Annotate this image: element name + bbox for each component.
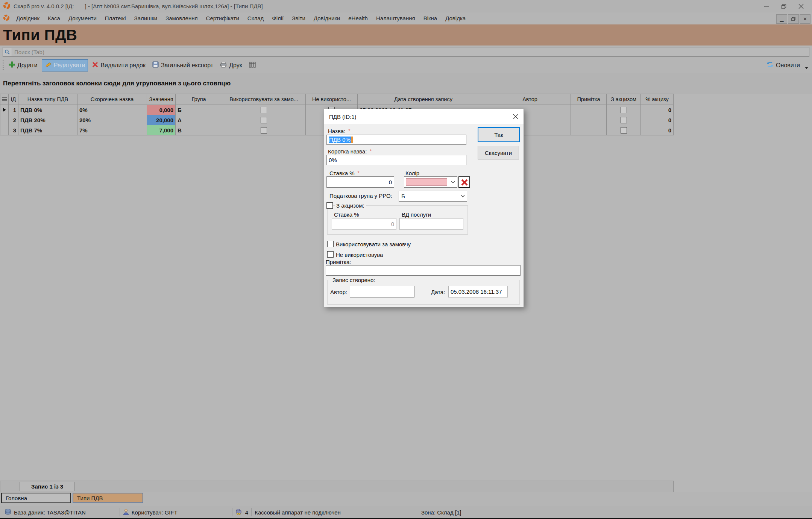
column-header-author[interactable]: Автор	[489, 94, 571, 105]
row-selector[interactable]	[0, 125, 9, 135]
menu-item-dovidnyky[interactable]: Довідники	[310, 12, 344, 24]
dialog-title-bar[interactable]: ПДВ (ID:1)	[324, 109, 524, 124]
restore-button[interactable]	[775, 1, 792, 12]
cell-default[interactable]	[222, 125, 306, 135]
cell-value[interactable]: 20,000	[147, 115, 176, 125]
edit-button[interactable]: Редагувати	[42, 59, 88, 71]
column-header-short[interactable]: Скорочена назва	[77, 94, 147, 105]
cell-value[interactable]: 7,000	[147, 125, 176, 135]
cell-short[interactable]: 20%	[77, 115, 147, 125]
dialog-close-icon[interactable]	[510, 111, 521, 122]
cell-group[interactable]: В	[176, 125, 222, 135]
checkbox[interactable]	[621, 117, 627, 123]
refresh-dropdown-icon[interactable]	[805, 64, 808, 71]
chevron-down-icon[interactable]	[449, 181, 457, 184]
cell-note[interactable]	[571, 125, 607, 135]
menu-item-sklad[interactable]: Склад	[243, 12, 268, 24]
menu-item-zamovlennya[interactable]: Замовлення	[161, 12, 202, 24]
checkbox[interactable]	[261, 127, 267, 134]
row-selector[interactable]	[0, 115, 9, 125]
tax-group-combobox[interactable]: Б	[399, 191, 467, 202]
cell-default[interactable]	[222, 115, 306, 125]
color-combobox[interactable]	[404, 176, 457, 188]
cell-note[interactable]	[571, 105, 607, 115]
clear-color-button[interactable]	[458, 176, 470, 188]
column-header-note[interactable]: Примітка	[571, 94, 607, 105]
menu-item-dovidka[interactable]: Довідка	[441, 12, 470, 24]
delete-row-button[interactable]: Видалити рядок	[90, 60, 148, 71]
menu-item-dovidnyk[interactable]: Довідник	[12, 12, 44, 24]
menu-item-vikna[interactable]: Вікна	[419, 12, 442, 24]
note-field[interactable]	[326, 265, 521, 276]
menu-item-nalashtuvannya[interactable]: Налаштування	[372, 12, 419, 24]
cell-group[interactable]: А	[176, 115, 222, 125]
cell-default[interactable]	[222, 105, 306, 115]
mdi-restore-button[interactable]	[788, 14, 799, 24]
cell-excise[interactable]	[607, 125, 641, 135]
cell-value[interactable]: 0,000	[147, 105, 176, 115]
cell-name[interactable]: ПДВ 7%	[18, 125, 77, 135]
cell-excise-pct[interactable]: 0	[641, 125, 674, 135]
tab-holovna[interactable]: Головна	[1, 493, 71, 503]
export-button[interactable]: Загальний експорт	[150, 60, 216, 71]
menu-item-zalyshky[interactable]: Залишки	[130, 12, 162, 24]
not-used-checkbox[interactable]	[327, 251, 334, 258]
cell-excise[interactable]	[607, 115, 641, 125]
print-button[interactable]: Друк	[217, 60, 245, 71]
column-header-value[interactable]: Значення	[147, 94, 176, 105]
vd-services-field[interactable]	[399, 218, 463, 230]
menu-item-ehealth[interactable]: eHealth	[344, 12, 372, 24]
column-header-group[interactable]: Група	[176, 94, 222, 105]
column-header-notused[interactable]: Не використо...	[306, 94, 358, 105]
toolbar-grip[interactable]	[2, 60, 5, 71]
cell-excise-pct[interactable]: 0	[641, 105, 674, 115]
cell-excise[interactable]	[607, 105, 641, 115]
column-header-id[interactable]: ІД	[9, 94, 18, 105]
menu-item-platezhi[interactable]: Платежі	[101, 12, 130, 24]
use-default-checkbox[interactable]	[327, 241, 334, 247]
menu-item-filii[interactable]: Філії	[268, 12, 288, 24]
cell-name[interactable]: ПДВ 0%	[18, 105, 77, 115]
close-button[interactable]	[792, 1, 810, 12]
cell-id[interactable]: 1	[9, 105, 18, 115]
column-chooser-button[interactable]	[246, 60, 258, 71]
column-header-name[interactable]: Назва типу ПДВ	[18, 94, 77, 105]
ok-button[interactable]: Так	[478, 127, 520, 142]
tab-typy-pdv[interactable]: Типи ПДВ	[73, 493, 143, 503]
grid-menu-icon[interactable]	[2, 97, 7, 101]
mdi-close-button[interactable]: ✕	[800, 14, 810, 24]
menu-item-zvity[interactable]: Звіти	[288, 12, 310, 24]
add-button[interactable]: Додати	[6, 60, 40, 71]
row-selector[interactable]	[0, 105, 9, 115]
cell-group[interactable]: Б	[176, 105, 222, 115]
search-input[interactable]: Поиск (Tab)	[3, 47, 809, 57]
minimize-button[interactable]	[758, 1, 775, 12]
cell-short[interactable]: 7%	[77, 125, 147, 135]
cell-excise-pct[interactable]: 0	[641, 115, 674, 125]
cell-note[interactable]	[571, 115, 607, 125]
refresh-button[interactable]: Оновити	[764, 59, 803, 71]
column-header-default[interactable]: Використовувати за замо...	[222, 94, 306, 105]
chevron-down-icon[interactable]	[458, 195, 467, 197]
checkbox[interactable]	[621, 107, 627, 113]
excise-rate-field[interactable]: 0	[332, 218, 396, 230]
cancel-button[interactable]: Скасувати	[478, 146, 519, 159]
column-header-excise-pct[interactable]: % акцизу	[641, 94, 674, 105]
menu-item-dokumenty[interactable]: Документи	[64, 12, 101, 24]
menu-item-kasa[interactable]: Каса	[44, 12, 64, 24]
checkbox[interactable]	[261, 107, 267, 113]
cell-id[interactable]: 3	[9, 125, 18, 135]
rate-field[interactable]: 0	[326, 176, 394, 188]
search-icon[interactable]	[3, 48, 12, 56]
column-header-excise[interactable]: З акцизом	[607, 94, 641, 105]
cell-short[interactable]: 0%	[77, 105, 147, 115]
date-field[interactable]: 05.03.2008 16:11:37	[448, 286, 508, 297]
cell-id[interactable]: 2	[9, 115, 18, 125]
cell-name[interactable]: ПДВ 20%	[18, 115, 77, 125]
checkbox[interactable]	[261, 117, 267, 123]
menu-item-sertyfikaty[interactable]: Сертифікати	[202, 12, 243, 24]
name-field[interactable]: ПДВ 0%	[326, 135, 466, 145]
short-name-field[interactable]: 0%	[326, 155, 466, 165]
excise-checkbox[interactable]	[326, 202, 333, 209]
column-header-created[interactable]: Дата створення запису	[358, 94, 489, 105]
